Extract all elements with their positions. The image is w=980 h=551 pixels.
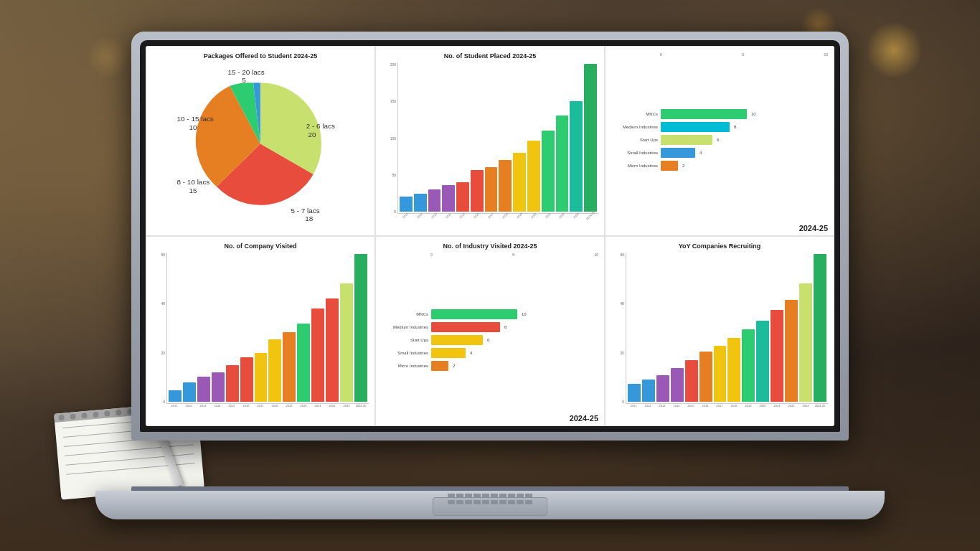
industry-placed-panel: 0 5 10 MNCs 10 Medium Industries: [605, 46, 834, 236]
iv-value-micro: 2: [453, 364, 455, 368]
students-bar-area: 200 150 100 50 0: [382, 62, 598, 227]
industry-bar-startup: [661, 135, 712, 145]
pie-label-15-20: 15 - 20 lacs: [228, 68, 265, 76]
industry-bar-medium: [661, 122, 730, 132]
company-bars: [166, 253, 369, 404]
industry-label-mnc: MNCs: [611, 112, 658, 116]
industry-label-startup: Start Ups: [611, 138, 658, 142]
industry-label-small: Small Industries: [611, 151, 658, 155]
iv-bar-micro: [431, 361, 448, 371]
industry-row-medium: Medium Industries 8: [611, 122, 828, 132]
yoy-companies-panel: YoY Companies Recruiting 65 40 20 0: [605, 236, 834, 426]
company-x-labels: 2011 2012 2013 2014 2015 2016 2017 2018 …: [166, 404, 369, 408]
iv-value-medium: 8: [504, 325, 507, 329]
vertical-bars-container: [397, 62, 598, 214]
iv-value-small: 4: [470, 351, 472, 355]
iv-row-small: Small Industries 4: [382, 348, 598, 358]
students-placed-title: No. of Student Placed 2024-25: [382, 52, 598, 60]
students-placed-panel: No. of Student Placed 2024-25 200 150 10…: [375, 46, 605, 236]
industry-label-micro: Micro Industries: [611, 164, 658, 168]
y-axis-labels: 200 150 100 50 0: [382, 62, 396, 214]
iv-row-mnc: MNCs 10: [382, 309, 598, 319]
pie-label-10-15-val: 10: [189, 123, 198, 131]
yoy-companies-title: YoY Companies Recruiting: [611, 242, 828, 250]
pie-label-2-6: 2 - 6 lacs: [306, 122, 335, 130]
industry-label-medium: Medium Industries: [611, 125, 658, 129]
yoy-bar-area: 65 40 20 0: [611, 253, 828, 417]
packages-pie-panel: Packages Offered to Student 2024-25: [146, 46, 375, 236]
industry-bar-mnc: [661, 109, 747, 119]
iv-row-medium: Medium Industries 8: [382, 322, 598, 332]
industry-row-startup: Start Ups 6: [611, 135, 828, 145]
iv-label-small: Small Industries: [382, 351, 428, 355]
industry-year-badge: 2024-25: [799, 224, 828, 232]
pie-label-5-7: 5 - 7 lacs: [291, 207, 320, 215]
iv-value-mnc: 10: [522, 312, 527, 316]
industry-value-micro: 2: [682, 164, 684, 168]
industry-value-small: 4: [699, 151, 702, 155]
keyboard-area: [167, 492, 813, 515]
iv-label-medium: Medium Industries: [382, 325, 428, 329]
iv-label-mnc: MNCs: [382, 312, 428, 316]
industry-visited-year-badge: 2024-25: [570, 414, 598, 423]
iv-bar-startup: [431, 335, 483, 345]
screen-bezel: Packages Offered to Student 2024-25: [140, 40, 840, 432]
industry-visited-bars: MNCs 10 Medium Industries 8 Start Ups: [382, 258, 598, 421]
industry-row-mnc: MNCs 10: [611, 109, 828, 119]
industry-bars-placed: MNCs 10 Medium Industries 8 Start Ups: [611, 58, 828, 221]
laptop: Packages Offered to Student 2024-25: [95, 32, 885, 519]
industry-value-mnc: 10: [751, 112, 756, 116]
pie-chart-container: 2 - 6 lacs 20 5 - 7 lacs 18 8 - 10 lacs …: [152, 62, 369, 225]
laptop-base: [95, 491, 885, 519]
pie-chart-svg: 2 - 6 lacs 20 5 - 7 lacs 18 8 - 10 lacs …: [159, 62, 362, 225]
y-axis-yoy: 65 40 20 0: [611, 253, 624, 404]
industry-bar-micro: [661, 161, 678, 171]
industry-visited-title: No. of Industry Visited 2024-25: [382, 242, 598, 250]
yoy-x-labels: 2011 2012 2013 2014 2015 2016 2017 2018 …: [626, 404, 828, 408]
pie-label-10-15: 10 - 15 lacs: [177, 115, 214, 123]
iv-row-micro: Micro Industries 2: [382, 361, 598, 371]
industry-value-startup: 6: [717, 138, 719, 142]
company-visited-title: No. of Company Visited: [152, 242, 369, 250]
industry-axis-top: 0 5 10: [660, 52, 828, 57]
iv-label-micro: Micro Industries: [382, 364, 428, 368]
y-axis-company: 60 40 20 0: [152, 253, 165, 404]
industry-visited-axis-top: 0 5 10: [430, 253, 598, 257]
industry-value-medium: 8: [734, 125, 736, 129]
x-axis-years: 2011 2012 2013 2014 2015 2016 2017 2018 …: [397, 214, 598, 217]
pie-label-8-10: 8 - 10 lacs: [177, 178, 210, 186]
iv-row-startup: Start Ups 6: [382, 335, 598, 345]
iv-label-startup: Start Ups: [382, 338, 428, 342]
iv-bar-medium: [431, 322, 500, 332]
iv-value-startup: 6: [487, 338, 489, 342]
pie-label-5-7-val: 18: [305, 215, 314, 222]
yoy-bars: [626, 253, 828, 404]
pie-label-2-6-val: 20: [308, 131, 317, 138]
industry-row-micro: Micro Industries 2: [611, 161, 828, 171]
pie-label-15-20-val: 5: [242, 76, 246, 84]
laptop-screen: Packages Offered to Student 2024-25: [146, 46, 834, 426]
packages-pie-title: Packages Offered to Student 2024-25: [152, 52, 369, 60]
industry-row-small: Small Industries 4: [611, 148, 828, 158]
iv-bar-small: [431, 348, 466, 358]
iv-bar-mnc: [431, 309, 517, 319]
industry-bar-small: [661, 148, 695, 158]
company-bar-area: 60 40 20 0: [152, 253, 369, 417]
laptop-lid: Packages Offered to Student 2024-25: [131, 32, 849, 441]
company-visited-panel: No. of Company Visited 60 40 20 0: [146, 236, 375, 426]
industry-visited-panel: No. of Industry Visited 2024-25 0 5 10 M…: [375, 236, 605, 426]
pie-label-8-10-val: 15: [189, 187, 198, 194]
